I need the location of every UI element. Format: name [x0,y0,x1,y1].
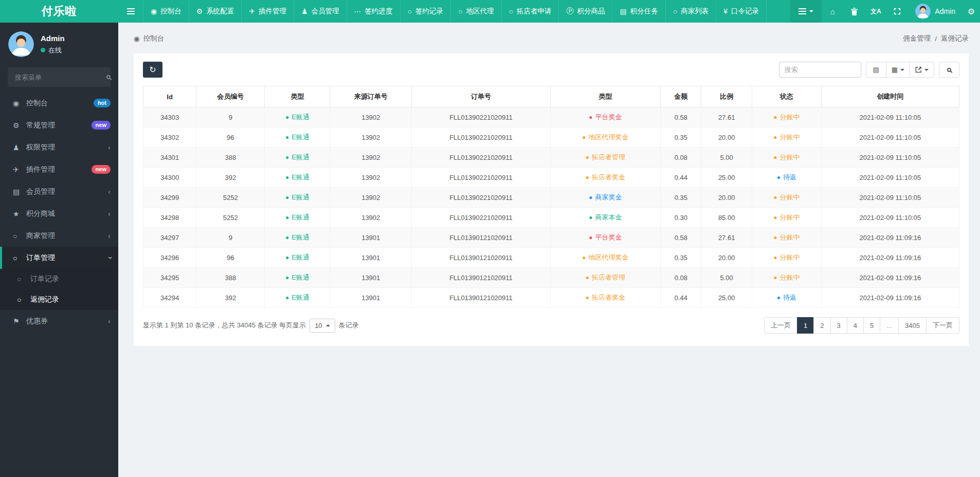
plane-icon: ✈ [249,7,255,15]
topnav-item-8[interactable]: ○拓店者申请 [501,0,559,23]
table-row[interactable]: 3429696●E账通13901FLL01390121020911●地区代理奖金… [143,248,959,268]
page-button-2[interactable]: 2 [813,317,830,334]
topnav-item-7[interactable]: ○地区代理 [450,0,501,23]
table-row[interactable]: 34294392●E账通13901FLL01390121020911●拓店者奖金… [143,288,959,308]
table-row[interactable]: 342985252●E账通13902FLL01390221020911●商家本金… [143,208,959,228]
sidebar-subitem-2[interactable]: ○返佣记录 [0,289,118,310]
search-button[interactable] [939,62,959,78]
sidebar-item-6[interactable]: ★积分商城‹ [0,203,118,225]
detail-view-button[interactable]: ▤ [866,62,886,78]
content-panel: ↻ ▤ ▦ Id会员编号类型来源订单号订单号类型金额比例状态创建时间 34303… [134,53,969,346]
topnav-item-4[interactable]: ♟会员管理 [294,0,347,23]
topnav-item-5[interactable]: ⋯签约进度 [347,0,400,23]
table-row[interactable]: 3430296●E账通13902FLL01390221020911●地区代理奖金… [143,127,959,148]
sidebar-item-label: 权限管理 [26,143,108,152]
cell-ratio: 25.00 [701,168,752,188]
table-row[interactable]: 34301388●E账通13902FLL01390221020911●拓店者管理… [143,148,959,168]
cell-amount: 0.44 [661,288,701,308]
sidebar-item-4[interactable]: ✈插件管理new [0,158,118,180]
table-row[interactable]: 342995252●E账通13902FLL01390221020911●商家奖金… [143,188,959,208]
chevron-left-icon: ‹ [108,188,111,195]
sidebar-item-3[interactable]: ♟权限管理‹ [0,136,118,158]
table-search-input[interactable] [779,62,861,78]
sidebar-toggle[interactable] [118,0,143,23]
sidebar-subitem-1[interactable]: ○订单记录 [0,269,118,289]
topnav-menu: ◉控制台⚙系统配置✈插件管理♟会员管理⋯签约进度○签约记录○地区代理○拓店者申请… [143,0,767,23]
status-dot-icon: ● [586,154,589,161]
table-header-row: Id会员编号类型来源订单号订单号类型金额比例状态创建时间 [143,86,959,107]
topnav-item-12[interactable]: ¥口令记录 [716,0,767,23]
topnav-item-6[interactable]: ○签约记录 [400,0,450,23]
cell-status: ●分账中 [752,248,821,268]
sidebar-item-5[interactable]: ▤会员管理‹ [0,180,118,203]
table-row[interactable]: 342979●E账通13901FLL01390121020911●平台奖金0.5… [143,228,959,248]
page-button-5[interactable]: 5 [863,317,880,334]
page-button-3405[interactable]: 3405 [898,317,927,334]
status-dot-icon: ● [285,294,289,301]
cell-order: FLL01390121020911 [412,288,551,308]
topnav-item-3[interactable]: ✈插件管理 [241,0,294,23]
fullscreen-button[interactable] [886,0,908,23]
breadcrumb-parent[interactable]: 佣金管理 [903,34,931,43]
sidebar-search-input[interactable] [14,73,106,82]
page-size-select[interactable]: 10 [310,319,335,333]
circle-icon: ○ [458,7,462,15]
cell-id: 34298 [143,208,196,228]
export-button[interactable] [910,62,934,78]
expand-arrows-icon [894,8,901,15]
table-row[interactable]: 34300392●E账通13902FLL01390221020911●拓店者奖金… [143,168,959,188]
topnav-item-1[interactable]: ◉控制台 [143,0,189,23]
topnav-item-11[interactable]: ○商家列表 [665,0,716,23]
sidebar-item-9[interactable]: ⚑优惠券‹ [0,310,118,332]
sidebar-item-8[interactable]: ○订单管理‹ [0,247,118,269]
status-dot-icon: ● [777,174,781,181]
home-button[interactable]: ⌂ [822,0,843,23]
page-button-1[interactable]: 1 [797,317,814,334]
nav-list-dropdown-button[interactable] [790,0,822,23]
sidebar-item-1[interactable]: ◉控制台hot [0,92,118,114]
cell-source: 13901 [330,228,412,248]
records-table: Id会员编号类型来源订单号订单号类型金额比例状态创建时间 343039●E账通1… [143,86,959,308]
status-dot-icon: ● [589,194,592,201]
table-row[interactable]: 34295388●E账通13901FLL01390121020911●拓店者管理… [143,268,959,288]
badge-new: new [92,165,111,174]
chevron-down-icon [924,69,929,71]
next-page-button[interactable]: 下一页 [926,317,959,334]
cell-member: 96 [196,248,265,268]
sidebar-item-2[interactable]: ⚙常规管理new [0,114,118,136]
table-body: 343039●E账通13902FLL01390221020911●平台奖金0.5… [143,107,959,308]
topnav-item-9[interactable]: Ⓟ积分商品 [558,0,612,23]
product-icon: Ⓟ [566,7,573,16]
sidebar-item-label: 积分商城 [26,209,108,218]
cell-type: ●E账通 [265,188,330,208]
cell-type: ●E账通 [265,228,330,248]
language-button[interactable]: 文A [865,0,886,23]
column-header: 比例 [701,86,752,107]
sidebar-subitem-label: 订单记录 [30,274,111,284]
pager: 上一页12345...3405下一页 [764,317,959,334]
topnav-item-label: 商家列表 [681,7,709,16]
settings-button[interactable]: ⚙ [963,0,980,23]
admin-dropdown[interactable]: Admin [908,4,963,19]
refresh-button[interactable]: ↻ [143,62,162,78]
cell-id: 34301 [143,148,196,168]
sidebar-item-7[interactable]: ○商家管理‹ [0,225,118,247]
topnav-item-2[interactable]: ⚙系统配置 [189,0,242,23]
chevron-down-icon [900,69,904,71]
status-dot-icon: ● [586,174,589,181]
sidebar-item-label: 插件管理 [26,165,92,174]
status-dot-icon: ● [773,274,777,281]
top-navbar: 付乐啦 ◉控制台⚙系统配置✈插件管理♟会员管理⋯签约进度○签约记录○地区代理○拓… [0,0,980,23]
cell-member: 96 [196,127,265,148]
topnav-item-10[interactable]: ▤积分任务 [612,0,665,23]
columns-button[interactable]: ▦ [886,62,910,78]
clear-cache-button[interactable] [843,0,865,23]
cell-amount: 0.58 [661,228,701,248]
page-button-3[interactable]: 3 [830,317,847,334]
prev-page-button[interactable]: 上一页 [764,317,797,334]
status-dot-icon: ● [285,274,289,281]
gears-icon: ⚙ [13,121,26,130]
table-row[interactable]: 343039●E账通13902FLL01390221020911●平台奖金0.5… [143,107,959,127]
cell-ratio: 27.61 [701,107,752,127]
page-button-4[interactable]: 4 [847,317,864,334]
